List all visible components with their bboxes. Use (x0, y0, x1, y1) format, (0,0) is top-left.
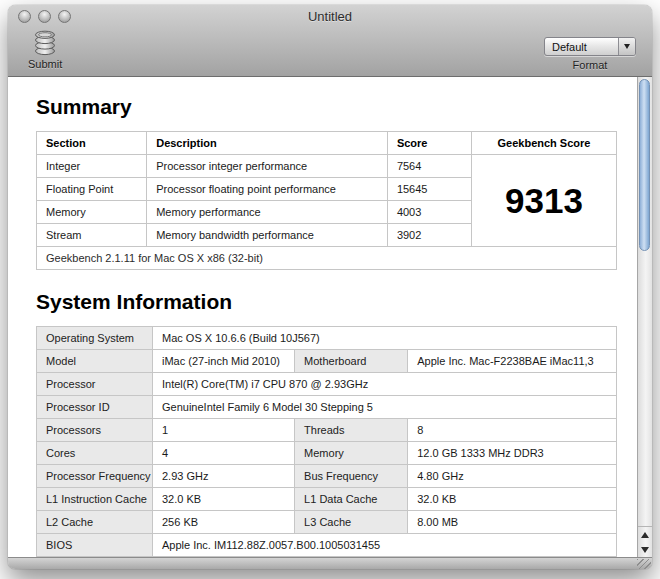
section-cell: Memory (37, 201, 147, 224)
value-cell: Apple Inc. Mac-F2238BAE iMac11,3 (408, 350, 617, 373)
label-cell: L3 Cache (295, 511, 408, 534)
description-cell: Processor integer performance (147, 155, 388, 178)
submit-button[interactable]: Submit (28, 30, 62, 70)
label-cell: Processor (37, 373, 153, 396)
column-header: Geekbench Score (471, 132, 616, 155)
column-header: Description (147, 132, 388, 155)
scrollbar-arrows (638, 526, 652, 557)
content-area: Summary Section Description Score Geekbe… (8, 77, 652, 557)
summary-header-row: Section Description Score Geekbench Scor… (37, 132, 617, 155)
format-popup-value: Default (552, 41, 587, 53)
section-cell: Stream (37, 224, 147, 247)
description-cell: Memory bandwidth performance (147, 224, 388, 247)
geekbench-window: Untitled (8, 5, 652, 569)
value-cell: 256 KB (153, 511, 295, 534)
value-cell: 2.93 GHz (153, 465, 295, 488)
geekbench-version: Geekbench 2.1.11 for Mac OS X x86 (32-bi… (37, 247, 617, 270)
section-cell: Floating Point (37, 178, 147, 201)
toolbar: Submit Default Format (8, 28, 652, 76)
score-cell: 7564 (387, 155, 471, 178)
format-popup-button[interactable]: Default (544, 37, 636, 56)
sysinfo-row: Processor ID GenuineIntel Family 6 Model… (37, 396, 617, 419)
sysinfo-row: BIOS Apple Inc. IM112.88Z.0057.B00.10050… (37, 534, 617, 557)
description-cell: Memory performance (147, 201, 388, 224)
sysinfo-row: Operating System Mac OS X 10.6.6 (Build … (37, 327, 617, 350)
summary-heading: Summary (36, 95, 617, 119)
system-information-table: Operating System Mac OS X 10.6.6 (Build … (36, 326, 617, 557)
label-cell: BIOS (37, 534, 153, 557)
score-cell: 4003 (387, 201, 471, 224)
format-caption: Format (573, 59, 608, 71)
section-cell: Integer (37, 155, 147, 178)
sysinfo-row: L2 Cache 256 KB L3 Cache 8.00 MB (37, 511, 617, 534)
vertical-scrollbar[interactable] (637, 77, 652, 557)
window-chrome: Untitled (8, 5, 652, 77)
value-cell: 32.0 KB (153, 488, 295, 511)
label-cell: Processor ID (37, 396, 153, 419)
label-cell: L1 Instruction Cache (37, 488, 153, 511)
format-group: Default Format (544, 30, 636, 71)
window-title: Untitled (8, 9, 652, 24)
column-header: Section (37, 132, 147, 155)
label-cell: L2 Cache (37, 511, 153, 534)
label-cell: Cores (37, 442, 153, 465)
score-cell: 3902 (387, 224, 471, 247)
value-cell: GenuineIntel Family 6 Model 30 Stepping … (153, 396, 617, 419)
summary-table: Section Description Score Geekbench Scor… (36, 131, 617, 270)
value-cell: 1 (153, 419, 295, 442)
value-cell: 32.0 KB (408, 488, 617, 511)
description-cell: Processor floating point performance (147, 178, 388, 201)
label-cell: Processors (37, 419, 153, 442)
label-cell: Processor Frequency (37, 465, 153, 488)
value-cell: 12.0 GB 1333 MHz DDR3 (408, 442, 617, 465)
geekbench-score: 9313 (471, 155, 616, 247)
sysinfo-row: Processors 1 Threads 8 (37, 419, 617, 442)
popup-arrow (618, 38, 635, 55)
label-cell: Motherboard (295, 350, 408, 373)
label-cell: Bus Frequency (295, 465, 408, 488)
resize-grip[interactable] (637, 559, 651, 569)
summary-footer-row: Geekbench 2.1.11 for Mac OS X x86 (32-bi… (37, 247, 617, 270)
sysinfo-row: Cores 4 Memory 12.0 GB 1333 MHz DDR3 (37, 442, 617, 465)
label-cell: L1 Data Cache (295, 488, 408, 511)
window-bottom-bar (8, 557, 652, 569)
document-body: Summary Section Description Score Geekbe… (8, 77, 637, 557)
label-cell: Operating System (37, 327, 153, 350)
value-cell: 4 (153, 442, 295, 465)
submit-button-label: Submit (28, 58, 62, 70)
value-cell: Apple Inc. IM112.88Z.0057.B00.1005031455 (153, 534, 617, 557)
column-header: Score (387, 132, 471, 155)
value-cell: iMac (27-inch Mid 2010) (153, 350, 295, 373)
database-icon (31, 30, 59, 57)
value-cell: 8.00 MB (408, 511, 617, 534)
sysinfo-row: Processor Intel(R) Core(TM) i7 CPU 870 @… (37, 373, 617, 396)
value-cell: Intel(R) Core(TM) i7 CPU 870 @ 2.93GHz (153, 373, 617, 396)
value-cell: 8 (408, 419, 617, 442)
label-cell: Memory (295, 442, 408, 465)
sysinfo-row: Processor Frequency 2.93 GHz Bus Frequen… (37, 465, 617, 488)
label-cell: Model (37, 350, 153, 373)
summary-row: Integer Processor integer performance 75… (37, 155, 617, 178)
label-cell: Threads (295, 419, 408, 442)
sysinfo-row: Model iMac (27-inch Mid 2010) Motherboar… (37, 350, 617, 373)
scrollbar-thumb[interactable] (639, 79, 650, 251)
system-information-heading: System Information (36, 290, 617, 314)
value-cell: Mac OS X 10.6.6 (Build 10J567) (153, 327, 617, 350)
score-cell: 15645 (387, 178, 471, 201)
scroll-up-button[interactable] (638, 527, 652, 542)
sysinfo-row: L1 Instruction Cache 32.0 KB L1 Data Cac… (37, 488, 617, 511)
value-cell: 4.80 GHz (408, 465, 617, 488)
scroll-down-button[interactable] (638, 542, 652, 557)
titlebar[interactable]: Untitled (8, 5, 652, 28)
